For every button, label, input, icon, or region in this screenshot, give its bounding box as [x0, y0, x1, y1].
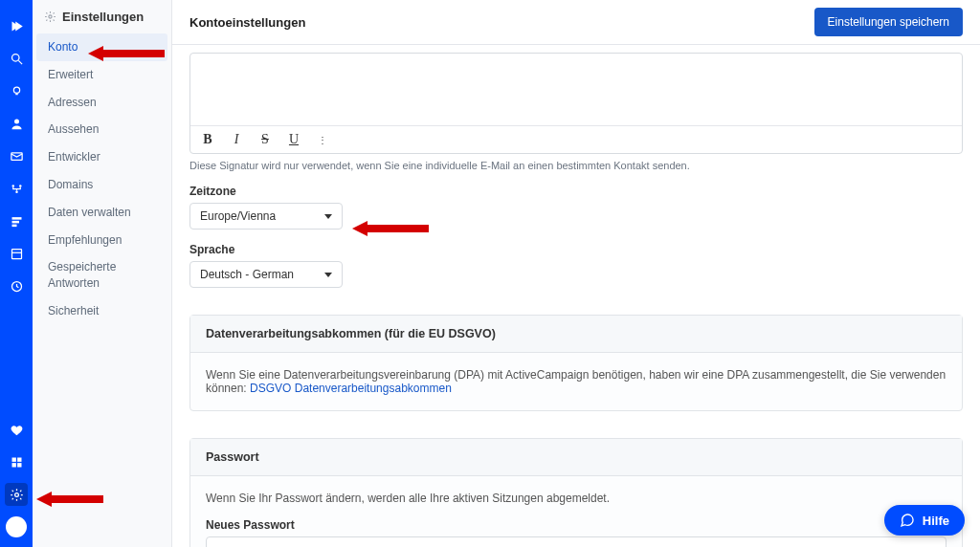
pipeline-icon[interactable] [5, 209, 28, 232]
timezone-label: Zeitzone [189, 185, 963, 198]
signature-editor: B I S U ⋮ [189, 53, 963, 154]
svg-point-4 [14, 119, 19, 123]
sidebar-item-label: Empfehlungen [48, 233, 122, 247]
clock-icon[interactable] [5, 274, 28, 297]
svg-point-20 [49, 15, 52, 18]
sidebar-item-sicherheit[interactable]: Sicherheit [33, 297, 171, 325]
timezone-value: Europe/Vienna [200, 209, 276, 223]
grid-icon[interactable] [5, 450, 28, 473]
dpa-link[interactable]: DSGVO Datenverarbeitungsabkommen [250, 382, 452, 395]
new-password-label: Neues Passwort [206, 518, 947, 532]
sidebar-item-gespeicherte-antworten[interactable]: Gespeicherte Antworten [33, 253, 171, 297]
signature-help-text: Diese Signatur wird nur verwendet, wenn … [189, 160, 963, 171]
underline-button[interactable]: U [286, 132, 301, 147]
password-panel-title: Passwort [190, 439, 962, 476]
sidebar-item-domains[interactable]: Domains [33, 171, 171, 199]
chevron-down-icon [324, 214, 332, 219]
svg-rect-18 [17, 463, 21, 467]
language-label: Sprache [189, 243, 963, 256]
sidebar-item-label: Entwickler [48, 150, 100, 164]
sidebar-item-erweitert[interactable]: Erweitert [33, 61, 171, 89]
svg-rect-12 [11, 249, 21, 258]
svg-point-8 [15, 190, 18, 193]
sidebar-item-label: Adressen [48, 96, 97, 109]
sidebar-item-label: Domains [48, 178, 93, 191]
sidebar-item-entwickler[interactable]: Entwickler [33, 143, 171, 171]
dpa-panel-body: Wenn Sie eine Datenverarbeitungsvereinba… [190, 353, 962, 410]
user-icon[interactable] [5, 112, 28, 135]
dpa-panel: Datenverarbeitungsabkommen (für die EU D… [189, 315, 963, 411]
timezone-select[interactable]: Europe/Vienna [189, 203, 343, 230]
italic-button[interactable]: I [229, 132, 244, 147]
svg-line-1 [18, 60, 22, 64]
settings-sidebar: Einstellungen Konto Erweitert Adressen A… [33, 0, 172, 547]
page-title: Kontoeinstellungen [189, 15, 305, 30]
svg-rect-11 [11, 224, 16, 227]
sidebar-header: Einstellungen [33, 0, 171, 33]
language-value: Deutsch - German [200, 268, 294, 281]
svg-point-2 [13, 87, 19, 93]
strikethrough-button[interactable]: S [257, 132, 273, 147]
sidebar-item-label: Gespeicherte Antworten [48, 260, 116, 290]
content-area: B I S U ⋮ Diese Signatur wird nur verwen… [172, 45, 980, 547]
svg-rect-15 [11, 457, 15, 461]
svg-rect-16 [17, 457, 21, 461]
password-panel: Passwort Wenn Sie Ihr Passwort ändern, w… [189, 438, 963, 547]
sidebar-item-label: Daten verwalten [48, 206, 131, 219]
save-settings-button[interactable]: Einstellungen speichern [814, 8, 963, 36]
dpa-panel-title: Datenverarbeitungsabkommen (für die EU D… [190, 316, 962, 353]
chevron-down-icon [324, 273, 332, 277]
sidebar-item-adressen[interactable]: Adressen [33, 89, 171, 117]
bold-button[interactable]: B [200, 132, 215, 147]
sidebar-item-label: Sicherheit [48, 304, 99, 317]
inbox-icon[interactable] [5, 144, 28, 167]
sidebar-item-label: Aussehen [48, 122, 99, 136]
svg-point-0 [11, 54, 19, 61]
settings-rail-icon[interactable] [5, 483, 28, 506]
reports-icon[interactable] [5, 242, 28, 265]
chat-icon [900, 513, 915, 528]
svg-point-19 [14, 492, 18, 496]
language-select[interactable]: Deutsch - German [189, 261, 343, 288]
org-icon[interactable] [5, 177, 28, 200]
app-rail [0, 0, 33, 547]
lightbulb-icon[interactable] [5, 79, 28, 102]
sidebar-item-daten-verwalten[interactable]: Daten verwalten [33, 199, 171, 227]
sidebar-item-aussehen[interactable]: Aussehen [33, 116, 171, 143]
sidebar-item-label: Konto [48, 40, 78, 54]
help-label: Hilfe [923, 514, 949, 528]
password-body-text: Wenn Sie Ihr Passwort ändern, werden all… [206, 492, 947, 505]
topbar: Kontoeinstellungen Einstellungen speiche… [172, 0, 980, 45]
svg-rect-17 [11, 463, 15, 467]
main-column: Kontoeinstellungen Einstellungen speiche… [172, 0, 980, 547]
password-panel-body: Wenn Sie Ihr Passwort ändern, werden all… [190, 476, 962, 547]
gear-icon [44, 11, 56, 23]
svg-rect-9 [11, 217, 21, 220]
sidebar-item-empfehlungen[interactable]: Empfehlungen [33, 227, 171, 254]
search-icon[interactable] [5, 47, 28, 70]
more-formatting-button[interactable]: ⋮ [315, 135, 330, 145]
help-button[interactable]: Hilfe [884, 505, 965, 536]
new-password-input[interactable] [206, 536, 947, 547]
svg-point-6 [11, 185, 14, 187]
avatar[interactable] [6, 516, 27, 537]
heart-icon[interactable] [5, 418, 28, 441]
sidebar-item-konto[interactable]: Konto [36, 33, 167, 61]
signature-toolbar: B I S U ⋮ [190, 125, 962, 153]
svg-point-7 [19, 185, 22, 187]
svg-rect-10 [11, 220, 19, 223]
sidebar-title: Einstellungen [62, 10, 144, 24]
sidebar-item-label: Erweitert [48, 68, 93, 81]
signature-textarea[interactable] [190, 54, 962, 125]
logo-icon[interactable] [5, 14, 28, 37]
